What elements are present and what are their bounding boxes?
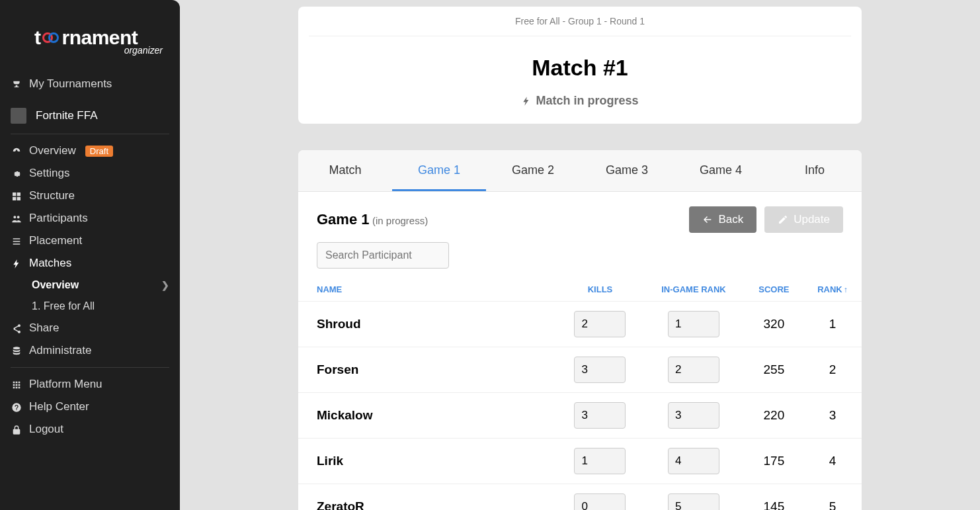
cell-kills [557,347,643,393]
sidebar-sub-label: Overview [32,279,79,291]
bolt-icon [521,96,532,106]
cell-rank: 4 [803,439,862,484]
col-name[interactable]: NAME [298,278,557,302]
ingame-rank-input[interactable] [668,402,719,429]
cell-rank: 2 [803,347,862,393]
sidebar-item-label: Platform Menu [29,378,102,391]
cell-name: Mickalow [298,393,557,439]
logo-rings-icon [42,30,61,45]
sort-asc-icon: ↑ [844,285,848,294]
sidebar-item-placement[interactable]: Placement [11,230,169,252]
share-icon [11,322,22,333]
sidebar-item-logout[interactable]: Logout [11,418,169,441]
sidebar-item-help[interactable]: Help Center [11,396,169,418]
breadcrumb: Free for All - Group 1 - Round 1 [309,7,851,36]
sidebar: t rnament organizer My Tournaments Fortn… [0,0,180,510]
sidebar-sub-ffa[interactable]: 1. Free for All [11,296,169,317]
tournament-thumb-icon [11,108,26,124]
sidebar-item-label: Matches [29,257,71,270]
cell-rank: 5 [803,484,862,511]
kills-input[interactable] [574,493,626,510]
sidebar-item-label: Participants [29,212,88,225]
table-row: Mickalow2203 [298,393,862,439]
cell-rank: 3 [803,393,862,439]
cell-igrank [643,302,745,347]
kills-input[interactable] [574,448,626,474]
users-icon [11,212,22,224]
participants-table: NAME KILLS IN-GAME RANK SCORE RANK↑ Shro… [298,278,862,510]
sidebar-item-tournament[interactable]: Fortnite FFA [11,103,169,128]
ingame-rank-input[interactable] [668,311,719,337]
lock-icon [11,423,22,435]
cell-kills [557,393,643,439]
cell-kills [557,484,643,511]
ingame-rank-input[interactable] [668,357,719,383]
apps-icon [11,378,22,390]
search-participant-input[interactable] [317,242,449,269]
sidebar-item-structure[interactable]: Structure [11,185,169,207]
kills-input[interactable] [574,357,626,383]
sidebar-item-platform-menu[interactable]: Platform Menu [11,373,169,396]
sidebar-section-top: My Tournaments Fortnite FFA [11,67,169,134]
sidebar-item-overview[interactable]: Overview Draft [11,140,169,162]
match-status-text: Match in progress [536,94,638,108]
trophy-icon [11,78,22,89]
sidebar-item-label: Share [29,321,59,335]
bolt-icon [11,257,22,269]
logo: t rnament organizer [0,13,180,67]
cell-score: 255 [745,347,803,393]
ingame-rank-input[interactable] [668,493,719,510]
arrow-left-icon [702,214,713,225]
ingame-rank-input[interactable] [668,448,719,474]
tab-game-3[interactable]: Game 3 [580,150,674,191]
sidebar-item-share[interactable]: Share [11,317,169,339]
table-row: ZeratoR1455 [298,484,862,511]
kills-input[interactable] [574,402,626,429]
cell-igrank [643,347,745,393]
sidebar-item-label: Settings [29,167,69,180]
tab-game-4[interactable]: Game 4 [674,150,768,191]
help-icon [11,401,22,412]
tab-match[interactable]: Match [298,150,392,191]
tab-game-2[interactable]: Game 2 [486,150,580,191]
panel-subtitle: (in progress) [372,215,428,226]
draft-badge: Draft [85,146,113,157]
list-icon [11,235,22,246]
sidebar-tournament-name: Fortnite FFA [36,109,98,122]
tab-info[interactable]: Info [768,150,862,191]
sidebar-item-participants[interactable]: Participants [11,207,169,230]
sidebar-item-settings[interactable]: Settings [11,162,169,185]
cell-kills [557,439,643,484]
kills-input[interactable] [574,311,626,337]
cell-kills [557,302,643,347]
sidebar-item-matches[interactable]: Matches [11,252,169,275]
cell-name: Forsen [298,347,557,393]
sidebar-item-label: My Tournaments [29,77,112,91]
back-button[interactable]: Back [689,206,756,233]
sidebar-item-my-tournaments[interactable]: My Tournaments [11,73,169,95]
cell-score: 145 [745,484,803,511]
update-button[interactable]: Update [764,206,843,233]
sidebar-item-administrate[interactable]: Administrate [11,339,169,362]
back-button-label: Back [718,213,743,226]
cell-name: Lirik [298,439,557,484]
col-score[interactable]: SCORE [745,278,803,302]
col-rank[interactable]: RANK↑ [803,278,862,302]
col-ingame-rank[interactable]: IN-GAME RANK [643,278,745,302]
tab-game-1[interactable]: Game 1 [392,150,486,191]
content-column: Free for All - Group 1 - Round 1 Match #… [298,0,862,490]
match-title: Match #1 [298,55,862,81]
panel-actions: Back Update [689,206,843,233]
panel-head: Game 1 (in progress) Back Update [298,192,862,233]
col-kills[interactable]: KILLS [557,278,643,302]
cell-score: 320 [745,302,803,347]
sidebar-sub-overview[interactable]: Overview ❯ [11,275,169,296]
cell-igrank [643,484,745,511]
cell-name: Shroud [298,302,557,347]
gear-icon [11,167,22,179]
main-content: Free for All - Group 1 - Round 1 Match #… [180,0,980,510]
sidebar-item-label: Structure [29,189,75,202]
match-header-card: Free for All - Group 1 - Round 1 Match #… [298,7,862,124]
search-wrap [298,233,862,278]
tabs: Match Game 1 Game 2 Game 3 Game 4 Info [298,150,862,192]
